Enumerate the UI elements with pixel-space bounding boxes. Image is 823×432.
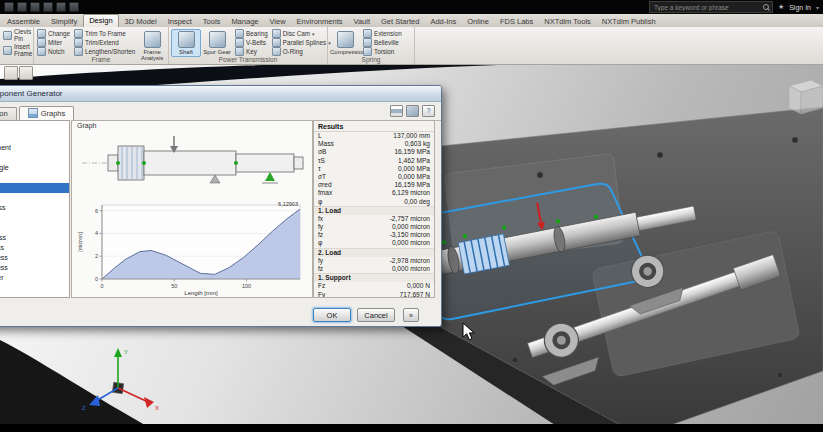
result-row: φ0,000 micron	[314, 239, 434, 247]
dialog-footer: OK Cancel	[313, 308, 395, 322]
save-icon[interactable]	[406, 105, 419, 117]
tree-item[interactable]: Shear Stress	[0, 223, 69, 233]
save-icon[interactable]	[30, 2, 40, 12]
ok-button[interactable]: OK	[313, 308, 351, 322]
tool-icon	[272, 47, 281, 56]
app-menu-icon[interactable]	[4, 2, 14, 12]
ribbon-button[interactable]: Torsion	[362, 47, 403, 56]
ribbon-tab[interactable]: NXTdim Publish	[597, 16, 661, 27]
ribbon-tab[interactable]: Environments	[292, 16, 348, 27]
result-row: σred16,159 MPa	[314, 181, 434, 189]
ribbon-tab[interactable]: FDS Labs	[495, 16, 538, 27]
search-icon[interactable]	[762, 3, 770, 11]
browser-panel-icon[interactable]	[4, 66, 18, 80]
redo-icon[interactable]	[56, 2, 66, 12]
ribbon-tab[interactable]: Add-Ins	[425, 16, 461, 27]
model-panel-icon[interactable]	[19, 66, 33, 80]
cancel-button[interactable]: Cancel	[357, 308, 395, 322]
compression-spring-icon	[337, 31, 354, 48]
tree-item[interactable]: Reduced Stress	[0, 263, 69, 273]
tree-item[interactable]: Deflection Angle	[0, 163, 69, 173]
ribbon-button[interactable]: Insert Frame	[2, 44, 31, 57]
ribbon-tab[interactable]: Simplify	[46, 16, 82, 27]
ribbon-tab[interactable]: Tools	[198, 16, 226, 27]
tree-item[interactable]: Bending Stress	[0, 203, 69, 213]
ribbon-button[interactable]: Notch	[36, 47, 71, 56]
result-row: 2. Load	[314, 248, 434, 257]
tree-item[interactable]: Deflection	[0, 183, 69, 193]
results-header: Results	[314, 121, 434, 132]
tool-icon	[74, 38, 83, 47]
ribbon-group-label[interactable]: Power Transmission	[169, 56, 327, 64]
tree-item[interactable]: YZ Plane	[0, 133, 69, 143]
tool-icon	[3, 31, 12, 40]
tree-item[interactable]: Tension Stress	[0, 243, 69, 253]
ribbon-button[interactable]: Disc Cam	[271, 29, 332, 38]
tool-icon	[235, 29, 244, 38]
ribbon-group-label[interactable]: Spring	[328, 56, 414, 64]
ribbon-tab[interactable]: Assemble	[2, 16, 45, 27]
ribbon-big-button[interactable]: Spur Gear	[202, 29, 232, 57]
ribbon-button[interactable]: Parallel Splines	[271, 38, 332, 47]
tree-item[interactable]: YZ Plane	[0, 153, 69, 163]
tree-item[interactable]: YZ Plane	[0, 193, 69, 203]
ribbon-button[interactable]: Lengthen/Shorten	[73, 47, 136, 56]
tool-icon	[3, 46, 12, 55]
compression-spring-button[interactable]: Compression	[330, 29, 360, 57]
result-row: L137,000 mm	[314, 132, 434, 140]
ribbon-tab[interactable]: 3D Model	[120, 16, 162, 27]
print-icon[interactable]	[69, 2, 79, 12]
ribbon-button[interactable]: Clevis Pin	[2, 29, 31, 42]
ribbon-button[interactable]: Extension	[362, 29, 403, 38]
ribbon-button[interactable]: Belleville	[362, 38, 403, 47]
tool-icon	[363, 38, 372, 47]
ribbon-button[interactable]: Bearing	[234, 29, 269, 38]
ribbon-button[interactable]: Trim To Frame	[73, 29, 136, 38]
print-icon[interactable]	[390, 105, 403, 117]
svg-text:50: 50	[171, 283, 177, 289]
result-row: 1. Support	[314, 273, 434, 282]
ribbon-group-label[interactable]: Frame	[34, 56, 168, 64]
tree-item[interactable]: Axial Stress	[0, 233, 69, 243]
tree-item[interactable]: Torsional Stress	[0, 253, 69, 263]
ribbon-tab[interactable]: NXTdim Tools	[539, 16, 596, 27]
svg-text:[micron]: [micron]	[77, 232, 83, 252]
favorites-icon[interactable]: ★	[778, 3, 784, 11]
ribbon-button[interactable]: O-Ring	[271, 47, 332, 56]
ribbon-tab[interactable]: Manage	[226, 16, 263, 27]
tree-item[interactable]: YZ Plane	[0, 173, 69, 183]
tree-item[interactable]: Ideal Diameter	[0, 273, 69, 283]
ribbon-tab[interactable]: Vault	[348, 16, 375, 27]
search-box[interactable]	[649, 1, 773, 13]
svg-text:0: 0	[95, 276, 98, 282]
ribbon-button[interactable]: Change	[36, 29, 71, 38]
more-results-button[interactable]: »	[403, 308, 419, 322]
chevron-down-icon[interactable]: ▾	[816, 4, 819, 11]
search-input[interactable]	[652, 3, 762, 12]
ribbon-button[interactable]: Trim/Extend	[73, 38, 136, 47]
tree-item[interactable]: Bending Moment	[0, 143, 69, 153]
ribbon-group-fasten: Clevis PinInsert Frame	[0, 27, 34, 64]
sign-in-button[interactable]: Sign In	[789, 4, 811, 11]
tree-item[interactable]: YZ Plane	[0, 213, 69, 223]
svg-text:0: 0	[100, 283, 103, 289]
mouse-cursor	[462, 322, 476, 342]
help-icon[interactable]: ?	[422, 105, 435, 117]
undo-icon[interactable]	[43, 2, 53, 12]
ribbon-button[interactable]: V-Belts	[234, 38, 269, 47]
tree-item[interactable]: Shear Force	[0, 123, 69, 133]
ribbon-big-button[interactable]: Shaft	[171, 29, 201, 57]
deflection-chart: 0501000246[micron]Length [mm]6,12903	[74, 193, 310, 297]
ribbon-button[interactable]: Key	[234, 47, 269, 56]
ribbon-group-frame: ChangeMiterNotch Trim To FrameTrim/Exten…	[34, 27, 169, 64]
ribbon-button[interactable]: Miter	[36, 38, 71, 47]
ribbon-tab[interactable]: View	[264, 16, 290, 27]
ribbon-tab[interactable]: Online	[462, 16, 494, 27]
dialog-title-bar[interactable]: Shaft Component Generator	[0, 86, 441, 102]
ribbon-tab[interactable]: Get Started	[376, 16, 424, 27]
ribbon-tab[interactable]: Inspect	[163, 16, 197, 27]
ribbon-tab-bar: AssembleSimplifyDesign3D ModelInspectToo…	[0, 14, 823, 27]
tool-icon	[363, 29, 372, 38]
new-file-icon[interactable]	[17, 2, 27, 12]
ribbon-tab[interactable]: Design	[83, 14, 118, 27]
